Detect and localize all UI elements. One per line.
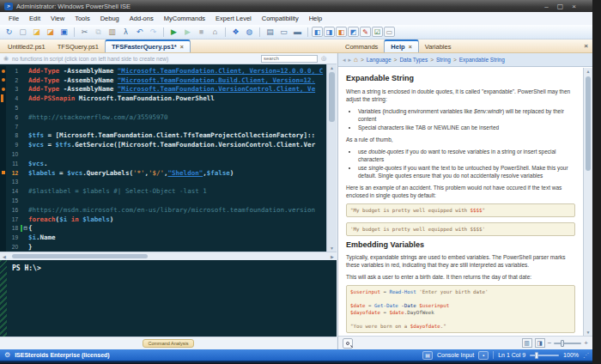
view-toggle-panel-icon[interactable]: ◩ (348, 27, 359, 37)
tab-close-icon[interactable]: × (180, 44, 184, 50)
nav-back-icon[interactable]: ◂ (343, 57, 346, 64)
editor-vertical-scrollbar[interactable]: ▲ ▼ (326, 64, 337, 252)
format-icon[interactable]: λ (119, 27, 132, 38)
refresh-icon[interactable]: ↻ (3, 27, 15, 38)
undo-icon[interactable]: ↶ (133, 27, 146, 38)
debug-icon[interactable]: ⌂ (209, 27, 222, 38)
zoom-slider-handle[interactable] (535, 352, 538, 359)
help-scroll-thumb[interactable] (586, 76, 591, 171)
script-editor[interactable]: 1Add-Type -AssemblyName "Microsoft.TeamF… (0, 64, 337, 252)
panel-tab-help[interactable]: Help× (384, 39, 418, 52)
menu-help[interactable]: Help (304, 13, 327, 24)
command-analysis-button[interactable]: Command Analysis (143, 339, 194, 348)
fold-collapse-icon[interactable]: ⊟ (21, 225, 28, 232)
layout-split-icon[interactable]: ▤ (264, 27, 276, 38)
redo-icon[interactable]: ↷ (147, 27, 160, 38)
tab-untitled2-ps1[interactable]: Untitled2.ps1 (2, 41, 52, 52)
help-zoom-slider[interactable] (554, 343, 581, 344)
editor-line-3: 3Add-Type -AssemblyName "Microsoft.TeamF… (0, 85, 337, 94)
menu-edit[interactable]: Edit (24, 13, 46, 24)
change-marker-icon[interactable] (1, 94, 3, 102)
breakpoint-dot-icon[interactable] (2, 78, 5, 82)
layout-script-icon[interactable]: ▭ (277, 27, 290, 38)
scroll-left-icon[interactable]: ◀ (0, 254, 9, 259)
resize-grip[interactable]: ⋰ (583, 352, 588, 359)
breakpoint-dot-icon[interactable] (2, 70, 5, 73)
open-recent-icon[interactable]: ◪ (30, 27, 43, 38)
menu-mycommands[interactable]: MyCommands (159, 13, 210, 24)
new-script-icon[interactable]: ▢ (16, 27, 29, 38)
minimize-button[interactable]: – (544, 3, 548, 10)
editor-line-8: 8$tfs = [Microsoft.TeamFoundation.Client… (0, 131, 337, 141)
cut-icon[interactable]: ✂ (78, 27, 91, 38)
desktop-background (0, 361, 592, 364)
panel-tab-variables[interactable]: Variables (419, 41, 458, 52)
close-pane-icon[interactable]: × (584, 42, 588, 50)
horizontal-scroll-thumb[interactable] (12, 254, 148, 258)
stop-icon[interactable]: ■ (195, 27, 208, 38)
nav-forward-icon[interactable]: ▸ (349, 57, 352, 64)
menu-file[interactable]: File (3, 13, 24, 24)
breadcrumb-expandable-string[interactable]: Expandable String (459, 57, 505, 63)
menu-add-ons[interactable]: Add-ons (124, 13, 159, 24)
tab-tfsfasterquery-ps1-[interactable]: TFSFasterQuery.ps1*× (105, 39, 191, 52)
breadcrumb-language[interactable]: Language (367, 57, 392, 63)
zoom-out-icon[interactable]: − (548, 339, 552, 347)
close-button[interactable]: × (572, 3, 576, 10)
menu-view[interactable]: View (46, 13, 70, 24)
gear-icon[interactable]: ⚙ (4, 351, 10, 359)
home-icon[interactable]: ⌂ (354, 56, 358, 64)
function-bar-settings-icon[interactable]: ◎ (321, 55, 333, 62)
globe-icon[interactable]: ◍ (243, 27, 256, 38)
console-screen-icon[interactable]: ▪ (478, 351, 489, 360)
breakpoint-dot-icon[interactable] (2, 88, 5, 91)
run-script-icon[interactable]: ▶ (167, 27, 180, 38)
save-console-icon[interactable]: ▤ (422, 351, 433, 360)
check-icon[interactable]: ☑ (372, 27, 383, 37)
menu-tools[interactable]: Tools (70, 13, 95, 24)
desktop-background (592, 0, 601, 364)
search-icon[interactable] (343, 338, 353, 349)
menu-compatibility[interactable]: Compatibility (257, 13, 304, 24)
editor-horizontal-scrollbar[interactable]: ◀ ▶ (0, 252, 337, 260)
maximize-button[interactable]: ▢ (557, 3, 564, 10)
help-layout-toggle-icon[interactable]: ▥ (522, 338, 532, 348)
view-toggle-split-icon[interactable]: ◧ (312, 27, 323, 37)
open-icon[interactable]: ◪ (44, 27, 57, 38)
breadcrumb-data-types[interactable]: Data Types (399, 57, 428, 63)
tab-tfsquery-ps1[interactable]: TFSQuery.ps1 (52, 41, 105, 52)
current-line-marker-icon[interactable] (2, 171, 6, 175)
view-toggle-console-icon[interactable]: ◧ (336, 27, 347, 37)
code-example-expandable: "My budget is pretty well equipped with … (346, 203, 575, 217)
copy-icon[interactable]: ⧉ (92, 27, 105, 38)
menu-debug[interactable]: Debug (95, 13, 124, 24)
scroll-right-icon[interactable]: ▶ (328, 254, 337, 259)
tab-close-icon[interactable]: × (409, 44, 412, 50)
layout-console-icon[interactable]: ▬ (291, 27, 304, 38)
zoom-in-icon[interactable]: + (584, 339, 588, 347)
code-example-singlequote: 'My budget is pretty well equipped with … (346, 222, 575, 236)
scroll-up-icon[interactable]: ▲ (584, 68, 592, 75)
run-selection-icon[interactable]: ▶ (181, 27, 194, 38)
scroll-down-icon[interactable]: ▼ (327, 245, 337, 252)
editor-scroll-thumb[interactable] (329, 72, 335, 122)
help-vertical-scrollbar[interactable]: ▲ ▼ (583, 68, 592, 336)
console-pane[interactable]: PS H:\> (0, 260, 337, 337)
panel-tab-commands[interactable]: Commands (339, 41, 384, 52)
function-search-input[interactable] (261, 55, 318, 63)
breadcrumb-string[interactable]: String (436, 57, 451, 63)
help-zoom-handle[interactable] (561, 340, 564, 347)
edit-pen-icon[interactable]: ✎ (360, 27, 371, 37)
help-dock-toggle-icon[interactable]: ◨ (535, 338, 545, 348)
addons-icon[interactable]: ❖ (229, 27, 242, 38)
save-icon[interactable]: ▣ (58, 27, 70, 38)
view-toggle-side-icon[interactable]: ◨ (324, 27, 335, 37)
scroll-up-icon[interactable]: ▲ (327, 64, 337, 71)
menu-expert-level[interactable]: Expert Level (210, 13, 257, 24)
window-icon[interactable]: ▭ (384, 27, 395, 37)
zoom-slider[interactable] (530, 355, 559, 356)
paste-icon[interactable]: ▥ (106, 27, 118, 38)
functions-icon[interactable]: ◉ (3, 55, 9, 62)
scroll-down-icon[interactable]: ▼ (584, 329, 592, 336)
console-prompt[interactable]: PS H:\> (12, 264, 41, 272)
